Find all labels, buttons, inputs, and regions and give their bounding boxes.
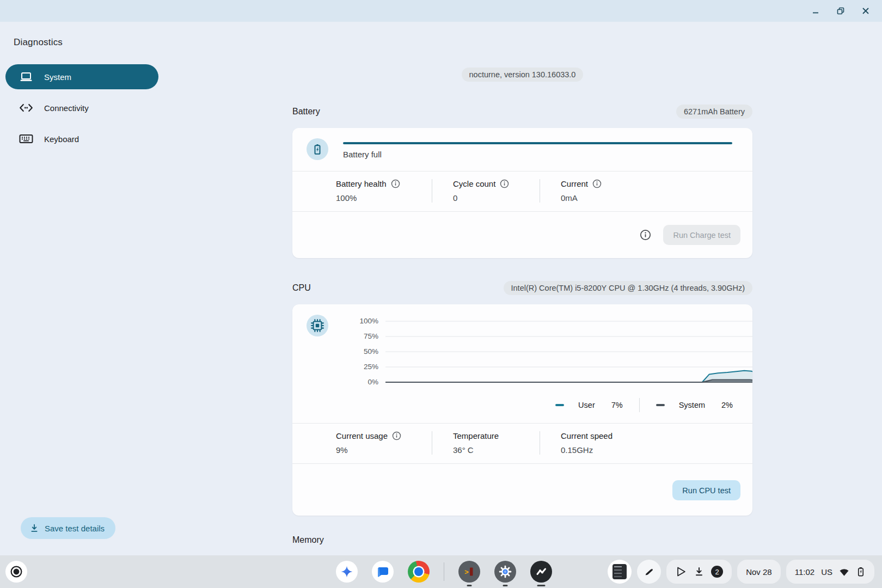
stat-label: Current speed	[561, 431, 612, 440]
cpu-section-heading: CPU	[292, 283, 311, 293]
restore-button[interactable]	[832, 2, 849, 20]
shelf-app-gemini[interactable]	[336, 561, 358, 583]
shelf-separator	[444, 562, 444, 581]
y-axis-tick: 75%	[339, 332, 378, 341]
y-axis-tick: 100%	[339, 317, 378, 326]
stat-value: 36° C	[453, 445, 534, 455]
current-usage-stat: Current usage 9%	[336, 431, 432, 455]
info-icon[interactable]	[500, 179, 509, 188]
shelf-app-terminal[interactable]: >	[458, 561, 480, 583]
notification-count-badge: 2	[711, 566, 723, 578]
launcher-button[interactable]	[5, 561, 27, 583]
svg-text:>: >	[464, 568, 469, 577]
current-speed-stat: Current speed 0.15GHz	[540, 431, 733, 455]
save-test-details-button[interactable]: Save test details	[21, 517, 115, 539]
cpu-usage-plot	[385, 321, 752, 385]
battery-card: Battery full Battery health 100% Cycle c…	[292, 128, 752, 258]
cpu-stats-row: Current usage 9% Temperature 36° C Curre…	[292, 424, 752, 463]
shelf-app-chrome[interactable]	[408, 561, 430, 583]
info-icon[interactable]	[391, 179, 400, 188]
battery-stats-row: Battery health 100% Cycle count 0 Curren…	[292, 171, 752, 211]
calendar-date-pill[interactable]: Nov 28	[737, 560, 781, 584]
close-button[interactable]	[857, 2, 874, 20]
stat-label: Temperature	[453, 431, 499, 440]
run-charge-test-button[interactable]: Run Charge test	[663, 225, 740, 245]
date-label: Nov 28	[746, 567, 772, 577]
cycle-count-stat: Cycle count 0	[432, 179, 540, 203]
battery-icon	[311, 143, 324, 156]
laptop-icon	[19, 71, 33, 83]
close-icon	[861, 7, 870, 15]
minimize-button[interactable]	[807, 2, 824, 20]
y-axis-tick: 50%	[339, 347, 378, 356]
screenshot-thumbnail[interactable]	[608, 560, 632, 584]
sidebar-item-label: Keyboard	[44, 134, 79, 144]
download-tray-icon	[694, 566, 705, 577]
gemini-icon	[336, 561, 358, 583]
minimize-icon	[811, 7, 820, 15]
temperature-stat: Temperature 36° C	[432, 431, 540, 455]
diagnostics-chart-icon	[530, 561, 552, 583]
sidebar-item-label: System	[44, 72, 71, 82]
legend-value: 7%	[611, 401, 623, 409]
shelf-app-diagnostics[interactable]	[530, 561, 552, 583]
sidebar: Diagnostics System Connectivity Keyboard	[0, 22, 169, 151]
cpu-usage-chart: 100% 75% 50% 25% 0%	[292, 304, 752, 387]
sidebar-item-connectivity[interactable]: Connectivity	[5, 95, 158, 120]
sidebar-item-keyboard[interactable]: Keyboard	[5, 126, 158, 151]
cpu-icon-badge	[307, 315, 328, 336]
stat-value: 0	[453, 193, 534, 203]
battery-progress-bar	[343, 142, 732, 144]
cpu-info-chip: Intel(R) Core(TM) i5-8200Y CPU @ 1.30GHz…	[504, 281, 752, 295]
board-version-chip: nocturne, version 130.16033.0	[462, 68, 584, 82]
stat-value: 0.15GHz	[561, 445, 727, 455]
info-icon[interactable]	[592, 179, 602, 188]
chrome-icon	[408, 561, 430, 583]
save-test-details-label: Save test details	[45, 524, 105, 533]
settings-gear-icon	[494, 561, 516, 583]
wifi-icon	[839, 567, 849, 577]
system-legend-dash	[656, 404, 665, 406]
y-axis-tick: 25%	[339, 363, 378, 371]
shelf: > 2 Nov 28	[0, 555, 882, 588]
info-icon[interactable]	[392, 431, 401, 440]
play-store-icon	[675, 566, 687, 578]
sidebar-item-label: Connectivity	[44, 103, 89, 113]
battery-tray-icon	[856, 567, 866, 577]
page-title: Diagnostics	[14, 37, 169, 48]
stylus-pen-icon	[644, 566, 654, 577]
sidebar-item-system[interactable]: System	[5, 64, 158, 89]
shelf-app-settings[interactable]	[494, 561, 516, 583]
current-stat: Current 0mA	[540, 179, 733, 203]
running-indicator	[503, 585, 508, 586]
y-axis-tick: 0%	[339, 378, 378, 387]
stat-label: Cycle count	[453, 179, 495, 188]
stat-label: Battery health	[336, 179, 387, 188]
stat-label: Current	[561, 179, 588, 188]
shelf-app-messages[interactable]	[372, 561, 394, 583]
restore-icon	[836, 7, 845, 15]
launcher-icon	[9, 565, 23, 579]
messages-icon	[372, 561, 394, 583]
connectivity-icon	[19, 102, 33, 114]
main-content: nocturne, version 130.16033.0 Battery 62…	[292, 22, 752, 545]
chart-legend: User 7% System 2%	[292, 387, 752, 423]
terminal-icon: >	[458, 561, 480, 583]
shelf-apps: >	[336, 555, 552, 588]
keyboard-icon	[19, 133, 33, 145]
stylus-tools-button[interactable]	[637, 560, 661, 584]
running-indicator	[537, 585, 546, 586]
info-icon[interactable]	[640, 229, 651, 241]
screenshot-thumbnail-image	[612, 564, 627, 579]
status-tray: 2 Nov 28 11:02 US	[608, 555, 874, 588]
legend-system: System 2%	[656, 401, 733, 409]
battery-status-text: Battery full	[343, 150, 732, 159]
notifications-pill[interactable]: 2	[666, 560, 732, 584]
running-indicator	[467, 585, 472, 586]
run-cpu-test-button[interactable]: Run CPU test	[672, 480, 740, 500]
legend-value: 2%	[721, 401, 733, 409]
user-legend-dash	[555, 404, 564, 406]
legend-label: System	[679, 401, 705, 409]
stat-value: 0mA	[561, 193, 727, 203]
quick-settings-pill[interactable]: 11:02 US	[786, 560, 874, 584]
